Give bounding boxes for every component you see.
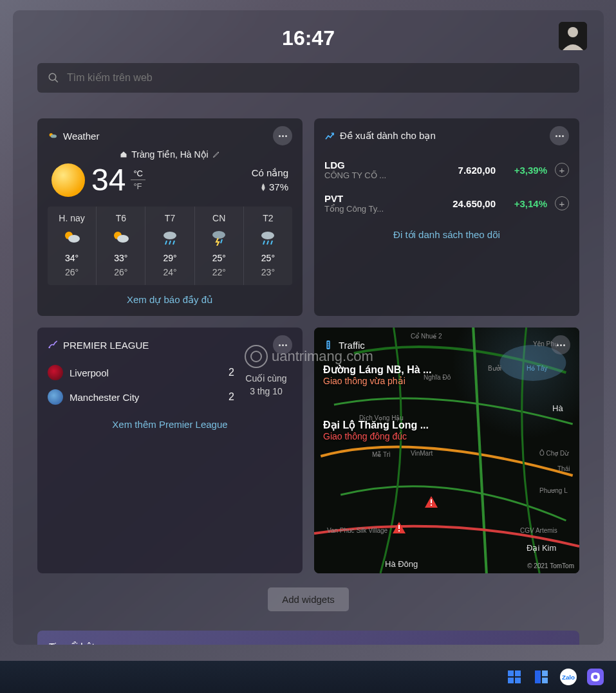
weather-link[interactable]: Xem dự báo đầy đủ	[48, 294, 292, 306]
forecast-high: 29°	[147, 253, 192, 263]
droplet-icon	[260, 183, 266, 191]
current-temp: 34	[91, 162, 126, 198]
forecast-high: 33°	[98, 253, 144, 263]
svg-point-28	[328, 344, 330, 346]
forecast-day[interactable]: T2 25° 23°	[244, 207, 292, 285]
edit-icon[interactable]	[212, 151, 220, 158]
team-badge-icon	[48, 365, 63, 380]
stock-symbol: PVT	[324, 193, 431, 204]
traffic-alert[interactable]: Đường Láng NB, Hà ... Giao thông vừa phả…	[323, 364, 431, 386]
sun-icon	[51, 163, 85, 197]
forecast-day-name: T2	[245, 213, 291, 223]
svg-rect-31	[515, 670, 521, 676]
sports-more-button[interactable]	[273, 335, 292, 355]
home-icon	[120, 151, 127, 158]
map-place-label: Hà	[552, 403, 563, 413]
viber-app-icon[interactable]	[586, 668, 604, 686]
weather-card[interactable]: Weather Tràng Tiền, Hà Nội 34 °C °F Có n…	[37, 118, 303, 316]
unit-celsius[interactable]: °C	[131, 167, 145, 180]
stocks-card[interactable]: Đề xuất dành cho bạn LDGCÔNG TY CỔ ... 7…	[314, 118, 579, 316]
sports-card[interactable]: PREMIER LEAGUE Liverpool 2 Manchester Ci…	[37, 328, 303, 573]
stock-add-button[interactable]: +	[555, 196, 569, 210]
search-input[interactable]	[67, 72, 569, 84]
svg-rect-24	[398, 525, 400, 529]
svg-line-18	[267, 241, 268, 245]
svg-point-29	[328, 346, 330, 348]
weather-condition: Có nắng	[252, 167, 288, 179]
stock-price: 24.650,00	[431, 198, 496, 209]
forecast-icon	[147, 228, 192, 246]
forecast-day[interactable]: T6 33° 26°	[97, 207, 145, 285]
map-place-label: Ô Chợ Dừ	[539, 450, 568, 457]
team-row: Liverpool 2	[48, 365, 234, 380]
svg-point-9	[117, 235, 129, 243]
svg-line-3	[55, 79, 58, 82]
traffic-more-button[interactable]	[551, 335, 570, 355]
map-place-label: VinMart	[411, 450, 433, 457]
user-avatar[interactable]	[559, 22, 587, 50]
stock-row[interactable]: PVTTổng Công Ty... 24.650,00 +3,14% +	[324, 187, 569, 220]
svg-point-5	[51, 134, 57, 138]
svg-rect-36	[542, 678, 548, 683]
stocks-title: Đề xuất dành cho bạn	[340, 130, 545, 142]
stocks-link[interactable]: Đi tới danh sách theo dõi	[324, 229, 569, 241]
add-widgets-button[interactable]: Add widgets	[268, 587, 349, 611]
map-copyright: © 2021 TomTom	[527, 562, 574, 569]
league-icon	[48, 340, 58, 350]
svg-line-15	[221, 239, 222, 243]
traffic-card[interactable]: Cổ Nhuế 2Yên PhụNghĩa ĐôBưởiHồ TâyDịch V…	[314, 328, 579, 573]
team-score: 2	[229, 367, 234, 378]
svg-point-40	[593, 675, 597, 679]
sports-link[interactable]: Xem thêm Premier League	[48, 419, 292, 430]
traffic-road: Đường Láng NB, Hà ...	[323, 364, 431, 376]
traffic-icon	[323, 340, 333, 350]
weather-location[interactable]: Tràng Tiền, Hà Nội	[48, 149, 292, 160]
stock-company: Tổng Công Ty...	[324, 204, 431, 214]
svg-rect-33	[515, 678, 521, 683]
forecast-day[interactable]: T7 29° 24°	[145, 207, 194, 285]
forecast-day[interactable]: CN 25° 22°	[195, 207, 244, 285]
forecast-low: 23°	[245, 267, 291, 277]
forecast-day[interactable]: H. nay 34° 26°	[48, 207, 97, 285]
sports-title: PREMIER LEAGUE	[63, 340, 268, 351]
unit-fahrenheit[interactable]: °F	[131, 180, 145, 192]
svg-point-20	[48, 347, 50, 349]
forecast-low: 26°	[98, 267, 144, 277]
stock-company: CÔNG TY CỔ ...	[324, 171, 431, 180]
svg-rect-35	[542, 670, 548, 676]
start-button[interactable]	[505, 668, 523, 686]
news-card[interactable]: Tin nổi bật	[37, 631, 579, 645]
forecast-day-name: H. nay	[49, 213, 95, 223]
weather-icon	[48, 131, 58, 141]
forecast-high: 25°	[245, 253, 291, 263]
traffic-status: Giao thông đông đúc	[323, 431, 429, 441]
svg-line-19	[271, 241, 272, 245]
svg-point-16	[261, 232, 274, 239]
map-place-label: Mễ Trì	[372, 451, 391, 458]
widgets-panel: 16:47 Weather Tràng Tiền, Hà Nội 34	[13, 10, 604, 645]
map-place-label: Hồ Tây	[527, 365, 548, 372]
news-title: Tin nổi bật	[49, 641, 568, 645]
svg-point-2	[49, 73, 56, 80]
widgets-button[interactable]	[532, 668, 550, 686]
stock-row[interactable]: LDGCÔNG TY CỔ ... 7.620,00 +3,39% +	[324, 153, 569, 187]
weather-more-button[interactable]	[273, 126, 292, 145]
forecast-day-name: CN	[196, 213, 242, 223]
forecast-day-name: T7	[147, 213, 192, 223]
forecast-low: 26°	[49, 267, 95, 277]
stock-change: +3,39%	[496, 165, 547, 176]
forecast-low: 22°	[196, 267, 242, 277]
forecast-high: 25°	[196, 253, 242, 263]
map-place-label: Van Phuc Silk Village	[327, 527, 387, 534]
forecast-icon	[196, 228, 242, 246]
stock-symbol: LDG	[324, 160, 431, 171]
svg-rect-30	[508, 670, 514, 676]
search-box[interactable]	[37, 63, 579, 93]
traffic-alert[interactable]: Đại Lộ Thăng Long ... Giao thông đông đú…	[323, 419, 429, 441]
team-name: Liverpool	[70, 367, 222, 378]
stock-add-button[interactable]: +	[555, 163, 569, 177]
stocks-icon	[324, 131, 335, 141]
stocks-more-button[interactable]	[550, 126, 569, 145]
taskbar[interactable]: Zalo	[0, 661, 616, 693]
zalo-app-icon[interactable]: Zalo	[559, 668, 577, 686]
